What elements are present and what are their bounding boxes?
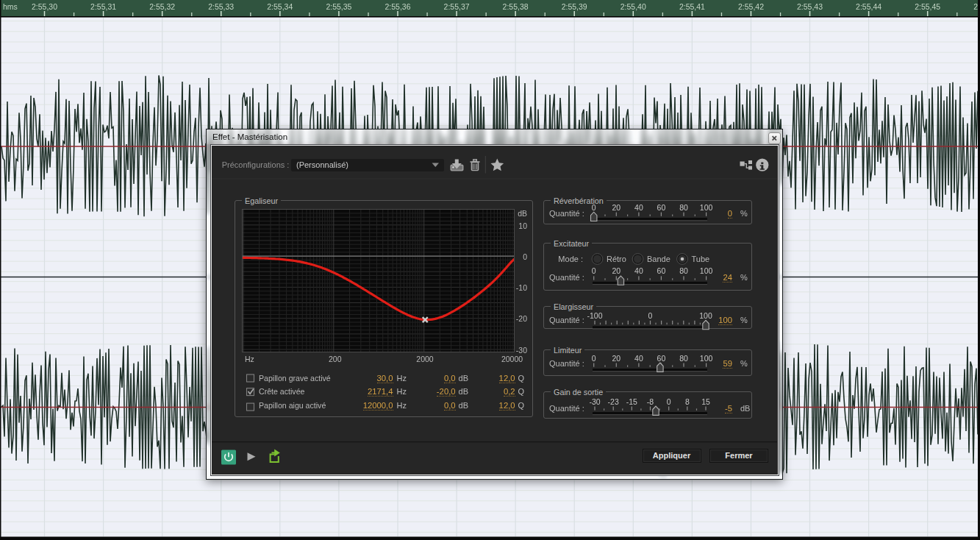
svg-text:hms: hms: [3, 2, 18, 11]
svg-text:2:55,30: 2:55,30: [32, 2, 57, 11]
svg-text:2:55,32: 2:55,32: [149, 2, 175, 11]
svg-text:2:55,41: 2:55,41: [679, 2, 705, 11]
svg-text:2:55,38: 2:55,38: [503, 2, 529, 11]
svg-text:2:55,39: 2:55,39: [562, 2, 587, 11]
svg-text:2:55,37: 2:55,37: [444, 2, 470, 11]
svg-text:2:55,44: 2:55,44: [856, 2, 881, 11]
svg-text:2:55,35: 2:55,35: [326, 2, 351, 11]
svg-text:2:55,31: 2:55,31: [90, 2, 116, 11]
svg-text:2:55,43: 2:55,43: [797, 2, 823, 11]
svg-text:2:55,34: 2:55,34: [267, 2, 293, 11]
svg-text:2:55,45: 2:55,45: [915, 2, 940, 11]
svg-text:2:55,33: 2:55,33: [208, 2, 234, 11]
svg-text:2:55,40: 2:55,40: [620, 2, 646, 11]
svg-text:2:55,42: 2:55,42: [738, 2, 764, 11]
svg-text:2:55,36: 2:55,36: [385, 2, 410, 11]
